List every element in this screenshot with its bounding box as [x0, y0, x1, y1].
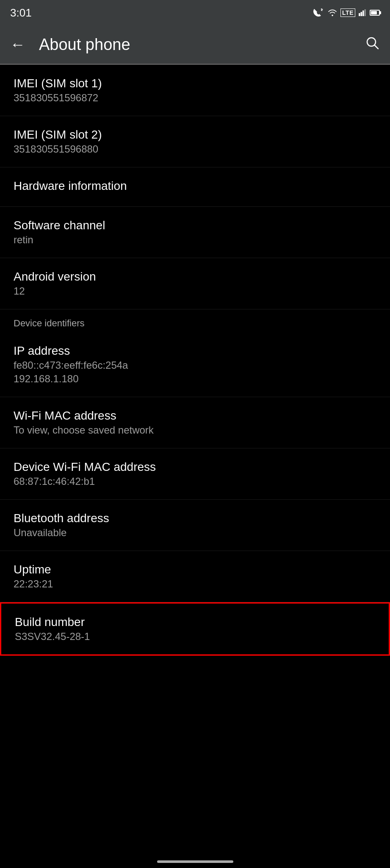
uptime-title: Uptime: [14, 563, 376, 576]
build-number-title: Build number: [15, 615, 375, 629]
ip-address-subtitle2: 192.168.1.180: [14, 373, 376, 385]
bluetooth-address-item[interactable]: Bluetooth address Unavailable: [0, 500, 390, 551]
app-bar: ← About phone: [0, 25, 390, 64]
status-icons: LTE: [313, 8, 380, 17]
device-wifi-mac-item[interactable]: Device Wi-Fi MAC address 68:87:1c:46:42:…: [0, 448, 390, 500]
page-title: About phone: [39, 36, 130, 54]
software-channel-item[interactable]: Software channel retin: [0, 207, 390, 258]
bluetooth-address-subtitle: Unavailable: [14, 527, 376, 539]
software-channel-subtitle: retin: [14, 234, 376, 246]
status-bar: 3:01 LTE: [0, 0, 390, 25]
device-identifiers-section: Device identifiers: [0, 309, 390, 332]
svg-rect-1: [361, 12, 362, 16]
imei-sim1-title: IMEI (SIM slot 1): [14, 77, 376, 90]
android-version-title: Android version: [14, 270, 376, 284]
wifi-mac-item[interactable]: Wi-Fi MAC address To view, choose saved …: [0, 397, 390, 448]
build-number-subtitle: S3SV32.45-28-1: [15, 631, 375, 643]
search-icon: [365, 35, 380, 50]
lte-badge: LTE: [340, 8, 355, 17]
android-version-item[interactable]: Android version 12: [0, 258, 390, 309]
ip-address-subtitle1: fe80::c473:eeff:fe6c:254a: [14, 359, 376, 371]
build-number-item[interactable]: Build number S3SV32.45-28-1: [0, 602, 390, 656]
imei-sim2-subtitle: 351830551596880: [14, 143, 376, 155]
ip-address-title: IP address: [14, 344, 376, 358]
signal-icon: [359, 9, 366, 16]
wifi-mac-subtitle: To view, choose saved network: [14, 424, 376, 436]
svg-rect-0: [359, 13, 360, 16]
search-button[interactable]: [365, 35, 380, 54]
app-bar-left: ← About phone: [10, 36, 130, 54]
imei-sim1-subtitle: 351830551596872: [14, 92, 376, 104]
software-channel-title: Software channel: [14, 219, 376, 232]
device-wifi-mac-subtitle: 68:87:1c:46:42:b1: [14, 476, 376, 487]
svg-rect-3: [364, 9, 366, 16]
imei-sim1-item[interactable]: IMEI (SIM slot 1) 351830551596872: [0, 65, 390, 116]
back-button[interactable]: ←: [10, 36, 25, 53]
android-version-subtitle: 12: [14, 285, 376, 297]
imei-sim2-item[interactable]: IMEI (SIM slot 2) 351830551596880: [0, 116, 390, 167]
device-wifi-mac-title: Device Wi-Fi MAC address: [14, 460, 376, 474]
imei-sim2-title: IMEI (SIM slot 2): [14, 128, 376, 142]
ip-address-item[interactable]: IP address fe80::c473:eeff:fe6c:254a 192…: [0, 332, 390, 397]
hardware-info-title: Hardware information: [14, 179, 376, 193]
bluetooth-address-title: Bluetooth address: [14, 512, 376, 525]
content: IMEI (SIM slot 1) 351830551596872 IMEI (…: [0, 65, 390, 656]
home-indicator: [157, 860, 233, 863]
uptime-item[interactable]: Uptime 22:23:21: [0, 551, 390, 602]
svg-rect-2: [362, 11, 364, 16]
wifi-icon: [328, 9, 337, 16]
battery-icon: [370, 10, 380, 16]
call-wifi-icon: [313, 8, 324, 17]
wifi-mac-title: Wi-Fi MAC address: [14, 409, 376, 423]
hardware-info-item[interactable]: Hardware information: [0, 167, 390, 207]
device-identifiers-label: Device identifiers: [14, 318, 85, 328]
svg-line-5: [375, 45, 379, 49]
uptime-subtitle: 22:23:21: [14, 578, 376, 590]
status-time: 3:01: [10, 6, 32, 19]
